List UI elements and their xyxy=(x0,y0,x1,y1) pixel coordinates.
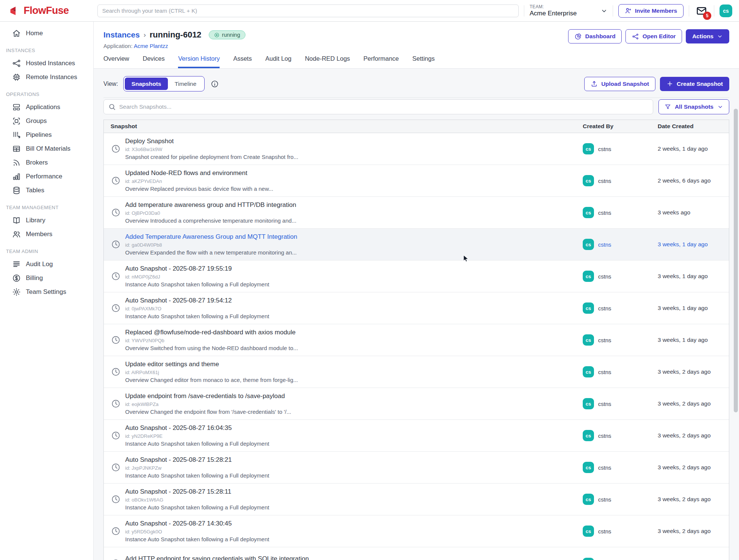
view-toggle-timeline[interactable]: Timeline xyxy=(168,78,203,90)
sidebar-item-members[interactable]: Members xyxy=(0,227,93,241)
tab-settings[interactable]: Settings xyxy=(412,55,435,68)
tab-node-red-logs[interactable]: Node-RED Logs xyxy=(305,55,350,68)
sidebar-item-brokers[interactable]: Brokers xyxy=(0,156,93,169)
date-created: 2 weeks, 6 days ago xyxy=(658,165,729,196)
tab-devices[interactable]: Devices xyxy=(143,55,165,68)
tab-audit-log[interactable]: Audit Log xyxy=(265,55,292,68)
snapshot-title[interactable]: Add HTTP endpoint for saving credentials… xyxy=(125,555,309,560)
snapshot-title[interactable]: Replaced @flowfuse/node-red-dashboard wi… xyxy=(125,329,298,336)
date-created: 3 weeks ago xyxy=(658,197,729,228)
snapshot-title[interactable]: Added Temperature Awareness Group and MQ… xyxy=(125,233,297,241)
date-created: 3 weeks, 2 days ago xyxy=(658,420,729,451)
clock-icon xyxy=(111,526,121,536)
tab-version-history[interactable]: Version History xyxy=(178,55,220,68)
snapshot-title[interactable]: Auto Snapshot - 2025-08-27 19:55:19 xyxy=(125,265,269,273)
table-row[interactable]: Auto Snapshot - 2025-08-27 19:55:19id: n… xyxy=(104,261,729,292)
avatar: cs xyxy=(583,430,594,441)
snapshot-id: id: ga0D4W0Pb8 xyxy=(125,242,297,248)
sidebar-item-applications[interactable]: Applications xyxy=(0,100,93,114)
divider xyxy=(524,5,524,16)
sidebar-item-pipelines[interactable]: Pipelines xyxy=(0,128,93,142)
create-snapshot-button[interactable]: Create Snapshot xyxy=(660,77,729,91)
tab-performance[interactable]: Performance xyxy=(364,55,399,68)
snapshot-title[interactable]: Auto Snapshot - 2025-08-27 19:54:12 xyxy=(125,297,269,304)
snapshot-title[interactable]: Auto Snapshot - 2025-08-27 15:28:11 xyxy=(125,488,269,496)
snapshot-title[interactable]: Update editor settings and theme xyxy=(125,361,298,368)
flowfuse-logo[interactable]: FlowFuse xyxy=(0,5,92,16)
table-row[interactable]: Auto Snapshot - 2025-08-27 19:54:12id: 0… xyxy=(104,292,729,324)
sidebar-item-label: Performance xyxy=(26,173,62,180)
application-link[interactable]: Acme Plantzz xyxy=(134,43,168,49)
sidebar-item-groups[interactable]: Groups xyxy=(0,114,93,128)
sidebar-item-performance[interactable]: Performance xyxy=(0,169,93,183)
user-avatar[interactable]: cs xyxy=(720,4,732,17)
sidebar-item-library[interactable]: Library xyxy=(0,213,93,227)
sidebar-item-tables[interactable]: Tables xyxy=(0,183,93,197)
snapshot-title[interactable]: Add temperature awareness group and HTTP… xyxy=(125,201,296,209)
sidebar-item-team-settings[interactable]: Team Settings xyxy=(0,285,93,299)
table-row[interactable]: Added Temperature Awareness Group and MQ… xyxy=(104,229,729,261)
sidebar-section-label: OPERATIONS xyxy=(0,91,93,97)
clock-icon xyxy=(111,559,121,560)
table-row[interactable]: Updated Node-RED flows and environmentid… xyxy=(104,165,729,197)
snapshot-title[interactable]: Updated Node-RED flows and environment xyxy=(125,169,273,177)
sidebar-item-hosted-instances[interactable]: Hosted Instances xyxy=(0,56,93,70)
avatar: cs xyxy=(583,366,594,377)
created-by-name: cstns xyxy=(598,305,611,311)
table-row[interactable]: Auto Snapshot - 2025-08-27 16:04:35id: y… xyxy=(104,420,729,452)
table-row[interactable]: Replaced @flowfuse/node-red-dashboard wi… xyxy=(104,324,729,356)
info-icon[interactable] xyxy=(211,80,219,88)
snapshot-search-input[interactable] xyxy=(119,103,648,110)
team-selector[interactable]: TEAM: Acme Enterprise xyxy=(530,4,607,17)
top-navbar: FlowFuse TEAM: Acme Enterprise Invite Me… xyxy=(0,0,739,22)
sidebar-item-billing[interactable]: Billing xyxy=(0,271,93,285)
open-editor-button[interactable]: Open Editor xyxy=(625,29,682,43)
billing-icon xyxy=(12,274,21,283)
sidebar-item-audit-log[interactable]: Audit Log xyxy=(0,257,93,271)
avatar: cs xyxy=(583,239,594,250)
table-row[interactable]: Update editor settings and themeid: AlRP… xyxy=(104,356,729,388)
table-row[interactable]: Deploy Snapshotid: X3o6Bw1k9WSnapshot cr… xyxy=(104,133,729,165)
tab-assets[interactable]: Assets xyxy=(233,55,252,68)
upload-snapshot-button[interactable]: Upload Snapshot xyxy=(584,77,655,91)
sidebar-item-remote-instances[interactable]: Remote Instances xyxy=(0,70,93,84)
table-row[interactable]: Add temperature awareness group and HTTP… xyxy=(104,197,729,229)
tab-overview[interactable]: Overview xyxy=(103,55,129,68)
avatar: cs xyxy=(583,526,594,537)
sidebar-item-label: Hosted Instances xyxy=(26,60,75,67)
clock-icon xyxy=(111,463,121,472)
snapshot-title[interactable]: Auto Snapshot - 2025-08-27 14:30:45 xyxy=(125,520,269,527)
table-row[interactable]: Add HTTP endpoint for saving credentials… xyxy=(104,547,729,560)
team-name: Acme Enterprise xyxy=(530,10,577,17)
snapshot-id: id: YWVPzN0PQb xyxy=(125,338,298,343)
table-row[interactable]: Auto Snapshot - 2025-08-27 15:28:11id: o… xyxy=(104,484,729,515)
snapshot-id: id: yN2DReKP9E xyxy=(125,433,269,439)
sidebar-item-label: Tables xyxy=(26,187,44,194)
table-row[interactable]: Auto Snapshot - 2025-08-27 15:28:21id: J… xyxy=(104,452,729,484)
created-by-cell: cscstns xyxy=(583,165,658,196)
snapshot-title[interactable]: Update endpoint from /save-credentials t… xyxy=(125,392,291,400)
snapshot-title[interactable]: Auto Snapshot - 2025-08-27 15:28:21 xyxy=(125,456,269,464)
notifications-button[interactable]: 5 xyxy=(696,5,707,16)
breadcrumb-instances-link[interactable]: Instances xyxy=(103,30,140,39)
invite-members-button[interactable]: Invite Members xyxy=(618,4,684,18)
sidebar-item-home[interactable]: Home xyxy=(0,26,93,40)
snapshot-title[interactable]: Deploy Snapshot xyxy=(125,138,298,145)
table-row[interactable]: Update endpoint from /save-credentials t… xyxy=(104,388,729,420)
date-created: 2 weeks, 1 day ago xyxy=(658,133,729,165)
dashboard-button[interactable]: Dashboard xyxy=(568,29,622,43)
sidebar-item-label: Members xyxy=(26,231,52,238)
snapshot-filter-button[interactable]: All Snapshots xyxy=(658,99,729,114)
snapshot-id: id: JxpPJNKPZw xyxy=(125,465,269,471)
actions-button[interactable]: Actions xyxy=(686,29,729,43)
team-search-input[interactable] xyxy=(97,4,519,17)
created-by-cell: cscstns xyxy=(583,515,658,547)
sidebar-section-label: INSTANCES xyxy=(0,48,93,53)
table-row[interactable]: Auto Snapshot - 2025-08-27 14:30:45id: y… xyxy=(104,515,729,547)
view-toggle-snapshots[interactable]: Snapshots xyxy=(125,78,168,90)
date-created: 3 weeks, 2 days ago xyxy=(658,388,729,419)
sidebar-item-bill-of-materials[interactable]: Bill Of Materials xyxy=(0,142,93,156)
scrollbar[interactable] xyxy=(734,109,738,412)
avatar: cs xyxy=(583,302,594,314)
snapshot-title[interactable]: Auto Snapshot - 2025-08-27 16:04:35 xyxy=(125,424,269,432)
